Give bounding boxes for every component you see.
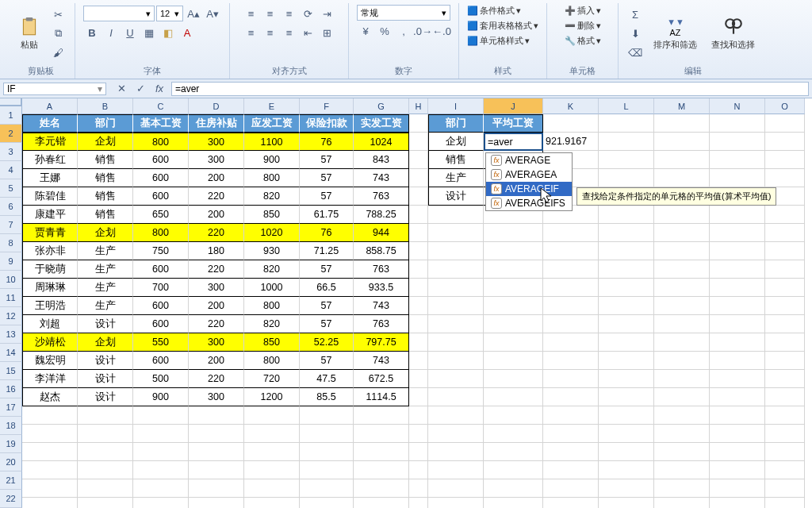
cell-J20[interactable]: [484, 461, 543, 479]
cell-B8[interactable]: 生产: [78, 242, 133, 260]
cell-O19[interactable]: [765, 443, 805, 461]
cell-D11[interactable]: 200: [189, 297, 244, 315]
cell-K11[interactable]: [543, 297, 599, 315]
row-header-6[interactable]: 6: [0, 198, 22, 216]
cell-C20[interactable]: [133, 461, 189, 479]
cell-A18[interactable]: [22, 425, 78, 443]
cell-B15[interactable]: 设计: [78, 370, 133, 388]
cell-F10[interactable]: 66.5: [300, 279, 354, 297]
cell-F14[interactable]: 57: [300, 352, 354, 370]
cell-N1[interactable]: [710, 114, 765, 133]
cell-I18[interactable]: [428, 425, 484, 443]
cell-E4[interactable]: 800: [244, 169, 300, 187]
cell-E21[interactable]: [244, 479, 300, 498]
cell-O17[interactable]: [765, 406, 805, 425]
cell-B5[interactable]: 销售: [78, 187, 133, 206]
cell-L14[interactable]: [599, 352, 654, 370]
cell-A5[interactable]: 陈碧佳: [22, 187, 78, 206]
cell-F9[interactable]: 57: [300, 260, 354, 279]
column-header-H[interactable]: H: [409, 98, 428, 114]
cell-E17[interactable]: [244, 406, 300, 425]
cell-H13[interactable]: [409, 333, 428, 352]
cell-E5[interactable]: 820: [244, 187, 300, 206]
cell-C6[interactable]: 650: [133, 206, 189, 224]
cell-D19[interactable]: [189, 443, 244, 461]
cell-H14[interactable]: [409, 352, 428, 370]
cell-M4[interactable]: [654, 169, 710, 187]
cell-D5[interactable]: 220: [189, 187, 244, 206]
cell-D13[interactable]: 300: [189, 333, 244, 352]
cell-M13[interactable]: [654, 333, 710, 352]
align-left-button[interactable]: ≡: [243, 24, 260, 41]
comma-button[interactable]: ,: [395, 22, 412, 40]
cell-M1[interactable]: [654, 114, 710, 133]
cell-C21[interactable]: [133, 479, 189, 498]
cell-L11[interactable]: [599, 297, 654, 315]
cell-J11[interactable]: [484, 297, 543, 315]
name-box[interactable]: IF▾: [3, 83, 106, 95]
cell-G5[interactable]: 763: [354, 187, 409, 206]
cell-B22[interactable]: [78, 498, 133, 508]
row-header-5[interactable]: 5: [0, 179, 22, 198]
increase-font-button[interactable]: A▴: [185, 5, 202, 22]
cell-C16[interactable]: 900: [133, 388, 189, 406]
cell-B14[interactable]: 设计: [78, 352, 133, 370]
cell-J2[interactable]: =averfxAVERAGEfxAVERAGEAfxAVERAGEIFfxAVE…: [484, 133, 543, 151]
cell-N3[interactable]: [710, 151, 765, 169]
row-header-9[interactable]: 9: [0, 252, 22, 271]
cell-C5[interactable]: 600: [133, 187, 189, 206]
cell-J10[interactable]: [484, 279, 543, 297]
cell-L6[interactable]: [599, 206, 654, 224]
cell-A8[interactable]: 张亦非: [22, 242, 78, 260]
cell-I7[interactable]: [428, 224, 484, 242]
cell-B6[interactable]: 销售: [78, 206, 133, 224]
cell-I1[interactable]: 部门: [428, 114, 484, 133]
cell-H11[interactable]: [409, 297, 428, 315]
cell-D7[interactable]: 220: [189, 224, 244, 242]
column-header-O[interactable]: O: [765, 98, 805, 114]
cell-B12[interactable]: 设计: [78, 315, 133, 333]
row-header-10[interactable]: 10: [0, 271, 22, 289]
cell-A13[interactable]: 沙靖松: [22, 333, 78, 352]
find-select-button[interactable]: 查找和选择: [707, 13, 760, 54]
cell-C3[interactable]: 600: [133, 151, 189, 169]
cell-J1[interactable]: 平均工资: [484, 114, 543, 133]
cell-H5[interactable]: [409, 187, 428, 206]
cell-J15[interactable]: [484, 370, 543, 388]
cell-H19[interactable]: [409, 443, 428, 461]
cell-H21[interactable]: [409, 479, 428, 498]
cell-C22[interactable]: [133, 498, 189, 508]
cell-K18[interactable]: [543, 425, 599, 443]
cell-M21[interactable]: [654, 479, 710, 498]
cell-I6[interactable]: [428, 206, 484, 224]
cell-N6[interactable]: [710, 206, 765, 224]
align-bottom-button[interactable]: ≡: [281, 5, 298, 22]
cell-G9[interactable]: 763: [354, 260, 409, 279]
cut-button[interactable]: ✂: [49, 6, 67, 23]
cell-B17[interactable]: [78, 406, 133, 425]
format-cells-button[interactable]: 🔧格式▾: [565, 35, 601, 47]
cell-N15[interactable]: [710, 370, 765, 388]
fill-button[interactable]: ⬇: [626, 25, 644, 42]
cell-L12[interactable]: [599, 315, 654, 333]
cell-K21[interactable]: [543, 479, 599, 498]
cell-D16[interactable]: 300: [189, 388, 244, 406]
autosum-button[interactable]: Σ: [626, 6, 644, 23]
cell-N14[interactable]: [710, 352, 765, 370]
formula-input[interactable]: =aver: [171, 82, 809, 96]
cell-N11[interactable]: [710, 297, 765, 315]
cell-F18[interactable]: [300, 425, 354, 443]
format-painter-button[interactable]: 🖌: [49, 44, 67, 61]
cell-B1[interactable]: 部门: [78, 114, 133, 133]
cell-G14[interactable]: 743: [354, 352, 409, 370]
cell-A10[interactable]: 周琳琳: [22, 279, 78, 297]
decrease-font-button[interactable]: A▾: [204, 5, 221, 22]
cell-L7[interactable]: [599, 224, 654, 242]
cell-H4[interactable]: [409, 169, 428, 187]
cell-J17[interactable]: [484, 406, 543, 425]
row-header-1[interactable]: 1: [0, 106, 22, 125]
cell-O9[interactable]: [765, 260, 805, 279]
cell-N17[interactable]: [710, 406, 765, 425]
cell-A20[interactable]: [22, 461, 78, 479]
cell-O15[interactable]: [765, 370, 805, 388]
